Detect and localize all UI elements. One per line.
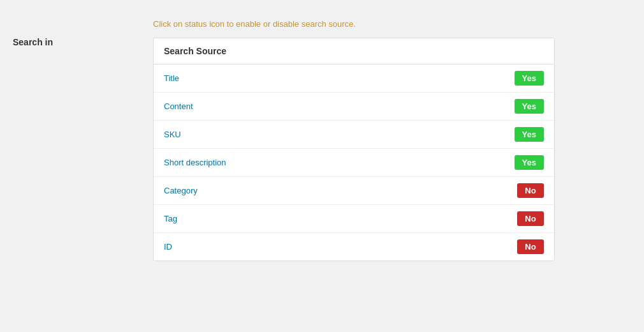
- table-row-sku: SKUYes: [154, 121, 554, 149]
- status-badge-content[interactable]: Yes: [515, 99, 544, 114]
- row-label-category: Category: [164, 186, 198, 195]
- table-body: TitleYesContentYesSKUYesShort descriptio…: [154, 64, 554, 260]
- status-badge-tag[interactable]: No: [517, 211, 544, 226]
- row-label-short-description: Short description: [164, 158, 226, 167]
- right-panel: Click on status icon to enable or disabl…: [140, 13, 644, 319]
- row-label-sku: SKU: [164, 130, 181, 139]
- table-header: Search Source: [154, 38, 554, 64]
- table-row-content: ContentYes: [154, 93, 554, 121]
- table-row-category: CategoryNo: [154, 177, 554, 205]
- left-panel: Search in: [0, 13, 140, 319]
- table-row-title: TitleYes: [154, 64, 554, 93]
- status-badge-id[interactable]: No: [517, 239, 544, 254]
- status-badge-category[interactable]: No: [517, 183, 544, 198]
- section-label: Search in: [13, 37, 128, 47]
- row-label-content: Content: [164, 102, 193, 111]
- page-container: Search in Click on status icon to enable…: [0, 0, 644, 332]
- status-badge-short-description[interactable]: Yes: [515, 155, 544, 170]
- row-label-id: ID: [164, 242, 172, 252]
- row-label-title: Title: [164, 73, 179, 83]
- status-badge-sku[interactable]: Yes: [515, 127, 544, 142]
- status-badge-title[interactable]: Yes: [515, 71, 544, 86]
- table-row-short-description: Short descriptionYes: [154, 149, 554, 177]
- search-source-table: Search Source TitleYesContentYesSKUYesSh…: [153, 38, 555, 261]
- row-label-tag: Tag: [164, 214, 177, 223]
- table-row-tag: TagNo: [154, 205, 554, 233]
- info-message: Click on status icon to enable or disabl…: [153, 19, 631, 29]
- table-row-id: IDNo: [154, 233, 554, 260]
